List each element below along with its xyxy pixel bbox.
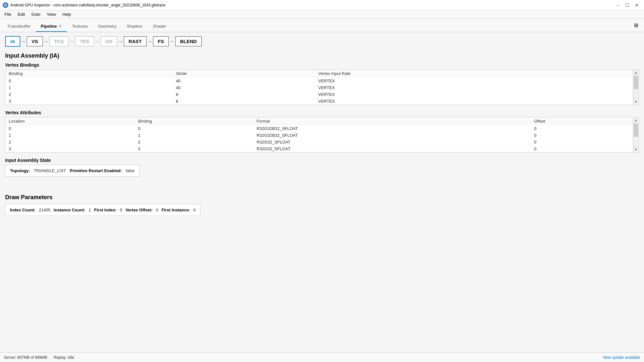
arrow-fs-blend: → — [169, 39, 175, 44]
va-scroll-up[interactable]: ▲ — [633, 117, 639, 123]
va-format: R32G32_SFLOAT — [253, 139, 531, 145]
vb-rate: VERTEX — [315, 84, 633, 91]
svg-point-2 — [5, 5, 6, 6]
va-format: R32G32_SFLOAT — [253, 145, 531, 152]
draw-parameters-box: Index Count: 21405 Instance Count: 1 Fir… — [5, 204, 200, 216]
vb-rate: VERTEX — [315, 98, 633, 105]
vb-col-binding: Binding — [5, 70, 173, 78]
pipeline-stage-blend[interactable]: BLEND — [175, 36, 202, 46]
vb-stride: 40 — [173, 84, 315, 91]
first-index-value: 0 — [120, 208, 122, 212]
menu-file[interactable]: File — [1, 11, 14, 17]
va-scrollbar[interactable] — [633, 123, 639, 146]
vb-stride: 8 — [173, 91, 315, 98]
vb-col-stride: Stride — [173, 70, 315, 78]
va-scrollbar-thumb — [634, 124, 638, 137]
va-format: R32G32B32_SFLOAT — [253, 125, 531, 132]
vb-binding: 2 — [5, 91, 173, 98]
va-header: Location Binding Format Offset — [5, 117, 633, 125]
tab-shaders-label: Shaders — [127, 24, 142, 29]
title-bar-left: Android GPU Inspector - com.activision.c… — [3, 2, 165, 8]
expand-icon[interactable]: ⊞ — [631, 20, 641, 30]
index-count-label: Index Count: — [10, 208, 35, 212]
arrow-vs-tcs: → — [43, 39, 49, 44]
tab-geometry-label: Geometry — [98, 24, 117, 29]
index-count-value: 21405 — [39, 208, 50, 212]
va-col-binding: Binding — [135, 117, 253, 125]
first-instance-value: 0 — [193, 208, 196, 212]
table-row: 1 40 VERTEX — [5, 84, 633, 91]
va-binding: 2 — [135, 139, 253, 145]
pipeline-stage-ia[interactable]: IA — [5, 36, 20, 47]
tab-pipeline[interactable]: Pipeline ✕ — [36, 21, 67, 32]
arrow-gs-rast: → — [117, 39, 124, 44]
close-button[interactable]: ✕ — [632, 1, 641, 9]
va-location: 2 — [5, 139, 135, 145]
topology-value: TRIANGLE_LIST — [34, 168, 66, 173]
va-binding: 1 — [135, 132, 253, 139]
server-status: Server: 807MB of 899MB — [4, 355, 47, 360]
vb-scroll-down[interactable]: ▼ — [633, 99, 639, 105]
tab-geometry[interactable]: Geometry — [93, 21, 122, 32]
va-location: 1 — [5, 132, 135, 139]
maximize-button[interactable]: ☐ — [623, 1, 632, 9]
tab-bar: Framebuffer Pipeline ✕ Textures Geometry… — [0, 19, 644, 32]
vb-scroll-up[interactable]: ▲ — [633, 70, 639, 76]
tab-framebuffer[interactable]: Framebuffer — [3, 21, 36, 32]
menu-edit[interactable]: Edit — [14, 11, 28, 17]
table-row: 3 3 R32G32_SFLOAT 0 — [5, 145, 633, 152]
arrow-ia-vs: → — [20, 39, 27, 44]
status-bar: Server: 807MB of 899MB Replay: Idle New … — [0, 352, 644, 362]
tab-textures[interactable]: Textures — [67, 21, 93, 32]
pipeline-row: IA → VS → TCS → TES → GS → RAST → FS → B… — [5, 36, 639, 47]
vertex-bindings-table-container: Binding Stride Vertex Input Rate 0 40 VE… — [5, 70, 639, 105]
vertex-attributes-table: Location Binding Format Offset 0 0 R32G3… — [5, 117, 633, 152]
menu-goto[interactable]: Goto — [28, 11, 43, 17]
va-col-offset: Offset — [531, 117, 633, 125]
assembly-state-box: Topology: TRIANGLE_LIST Primitive Restar… — [5, 165, 139, 177]
minimize-button[interactable]: − — [613, 1, 622, 9]
vertex-attributes-title: Vertex Attributes — [5, 110, 639, 115]
update-link[interactable]: New update available — [603, 355, 640, 360]
tab-framebuffer-label: Framebuffer — [8, 24, 31, 29]
table-row: 2 2 R32G32_SFLOAT 0 — [5, 139, 633, 145]
tab-pipeline-close[interactable]: ✕ — [59, 24, 62, 28]
table-row: 0 40 VERTEX — [5, 78, 633, 85]
va-format: R32G32B32_SFLOAT — [253, 132, 531, 139]
tab-shader[interactable]: Shader — [148, 21, 171, 32]
table-row: 0 0 R32G32B32_SFLOAT 0 — [5, 125, 633, 132]
vertex-bindings-header: Binding Stride Vertex Input Rate — [5, 70, 633, 78]
pipeline-stage-tes[interactable]: TES — [75, 36, 94, 46]
pipeline-stage-vs[interactable]: VS — [27, 36, 43, 46]
menu-view[interactable]: View — [44, 11, 59, 17]
va-location: 3 — [5, 145, 135, 152]
vertex-bindings-title: Vertex Bindings — [5, 62, 639, 68]
arrow-tcs-tes: → — [69, 39, 75, 44]
draw-parameters-title: Draw Parameters — [5, 194, 639, 201]
vb-stride: 40 — [173, 78, 315, 85]
app-icon — [3, 2, 8, 8]
instance-count-value: 1 — [89, 208, 91, 212]
menu-help[interactable]: Help — [59, 11, 74, 17]
title-bar: Android GPU Inspector - com.activision.c… — [0, 0, 644, 10]
pipeline-stage-gs[interactable]: GS — [101, 36, 117, 46]
va-location: 0 — [5, 125, 135, 132]
va-binding: 3 — [135, 145, 253, 152]
pipeline-stage-tcs[interactable]: TCS — [49, 36, 69, 46]
va-col-location: Location — [5, 117, 135, 125]
vb-rate: VERTEX — [315, 78, 633, 85]
primitive-restart-label: Primitive Restart Enabled: — [70, 168, 122, 173]
menu-bar: File Edit Goto View Help — [0, 10, 644, 19]
pipeline-stage-fs[interactable]: FS — [153, 36, 169, 46]
vertex-attributes-table-container: Location Binding Format Offset 0 0 R32G3… — [5, 117, 639, 153]
tab-shaders[interactable]: Shaders — [122, 21, 148, 32]
vb-rate: VERTEX — [315, 91, 633, 98]
va-binding: 0 — [135, 125, 253, 132]
pipeline-stage-rast[interactable]: RAST — [124, 36, 147, 46]
vb-scrollbar[interactable] — [633, 76, 639, 99]
server-label: Server: — [4, 355, 16, 360]
va-scroll-down[interactable]: ▼ — [633, 146, 639, 152]
title-bar-controls: − ☐ ✕ — [613, 1, 641, 9]
replay-state: Idle — [68, 355, 74, 360]
instance-count-label: Instance Count: — [54, 208, 85, 212]
